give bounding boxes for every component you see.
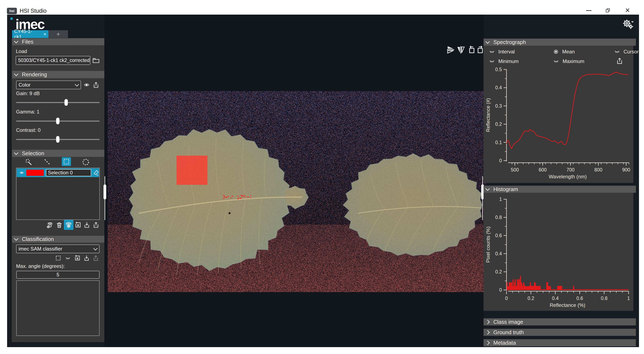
- render-visibility-button[interactable]: [83, 82, 90, 88]
- chevron-down-icon: [14, 39, 18, 43]
- selection-show-button[interactable]: [64, 220, 74, 230]
- svg-text:Pixel counts (%): Pixel counts (%): [485, 227, 491, 263]
- chevron-down-icon: [93, 246, 98, 250]
- svg-text:0.3: 0.3: [495, 103, 502, 109]
- export-icon: [93, 81, 99, 89]
- selection-color-swatch[interactable]: [26, 170, 44, 176]
- clear-icon: [75, 222, 82, 228]
- line-tool-button[interactable]: [44, 158, 51, 166]
- selection-add-button[interactable]: [46, 222, 54, 229]
- svg-text:0.2: 0.2: [495, 121, 502, 127]
- max-angle-value: 5: [56, 272, 59, 278]
- toggle-interval[interactable]: Interval: [489, 49, 515, 55]
- spectrograph-export-button[interactable]: [616, 57, 623, 65]
- selection-delete-button[interactable]: [56, 222, 62, 229]
- spectrograph-header-label: Spectrograph: [493, 39, 526, 45]
- flip-vertical-button[interactable]: [446, 45, 455, 54]
- visibility-eye-icon[interactable]: [19, 171, 24, 175]
- left-splitter-grip[interactable]: [104, 184, 106, 199]
- classify-import-button[interactable]: [84, 255, 90, 262]
- gain-label: Gain: 9 dB: [16, 90, 40, 96]
- selection-import-button[interactable]: [84, 221, 90, 229]
- svg-text:0.5: 0.5: [495, 67, 502, 72]
- ground-truth-header[interactable]: Ground truth: [484, 329, 636, 336]
- svg-text:0.6: 0.6: [576, 296, 583, 301]
- rendering-header-label: Rendering: [22, 71, 47, 78]
- svg-text:Wavelength (nm): Wavelength (nm): [549, 174, 587, 179]
- slider-handle[interactable]: [56, 136, 60, 143]
- svg-text:0.2: 0.2: [495, 269, 502, 275]
- render-export-button[interactable]: [93, 81, 99, 89]
- ellipse-tool-button[interactable]: [82, 158, 90, 166]
- selection-clear-button[interactable]: [75, 222, 82, 228]
- export-icon: [616, 57, 623, 65]
- add-tab-button[interactable]: +: [48, 30, 68, 38]
- chevron-down-icon: [14, 72, 18, 76]
- histogram-header[interactable]: Histogram: [484, 186, 636, 193]
- gain-slider[interactable]: [16, 102, 100, 103]
- classify-preview-button[interactable]: [65, 256, 71, 261]
- clear-icon: [74, 255, 80, 261]
- classification-header-label: Classification: [22, 236, 54, 242]
- classifier-select[interactable]: imec SAM classifier: [16, 245, 100, 253]
- rendering-section-header[interactable]: Rendering: [12, 71, 106, 78]
- classification-section-header[interactable]: Classification: [12, 236, 106, 243]
- selection-section-header[interactable]: Selection: [12, 150, 106, 157]
- class-results-list[interactable]: [16, 280, 100, 336]
- max-angle-input[interactable]: 5: [16, 271, 100, 279]
- rectangle-tool-button[interactable]: [62, 157, 71, 166]
- spectrograph-chart[interactable]: 00.10.20.30.40.5500600700800900Wavelengt…: [484, 67, 633, 183]
- tab-close-icon[interactable]: ×: [44, 31, 46, 37]
- contrast-slider[interactable]: [16, 139, 100, 140]
- files-header-label: Files: [22, 38, 34, 45]
- svg-text:0.2: 0.2: [528, 296, 534, 301]
- add-selection-icon: [46, 222, 54, 229]
- classifier-value: imec SAM classifier: [18, 246, 62, 252]
- import-icon: [84, 221, 90, 229]
- restore-button[interactable]: [603, 6, 613, 14]
- files-section-header[interactable]: Files: [12, 38, 106, 45]
- eraser-icon[interactable]: [93, 170, 99, 176]
- render-mode-select[interactable]: Color: [16, 80, 81, 89]
- selection-export-button[interactable]: [93, 221, 99, 229]
- svg-text:1: 1: [627, 296, 630, 301]
- settings-button[interactable]: [622, 18, 634, 29]
- svg-text:0: 0: [505, 296, 508, 301]
- class-image-header[interactable]: Class image: [484, 318, 636, 326]
- tab-dataset[interactable]: CY45-1-ck1... ×: [12, 30, 48, 38]
- toggle-maximum[interactable]: Maximum: [553, 58, 584, 64]
- classify-clear-button[interactable]: [74, 255, 80, 261]
- selection-region[interactable]: [176, 156, 208, 185]
- title-bar: hsi HSI Studio ×: [0, 0, 644, 14]
- svg-text:600: 600: [538, 167, 546, 173]
- metadata-label: Metadata: [493, 340, 516, 346]
- file-path-input[interactable]: 50303/CY45-1-ck1 ck2_corrected.hdr: [16, 56, 90, 65]
- selection-name-input[interactable]: Selection 0: [46, 169, 91, 176]
- rectangle-tool-icon: [63, 158, 70, 165]
- slider-handle[interactable]: [64, 99, 68, 106]
- layers-eye-icon: [65, 221, 72, 229]
- browse-button[interactable]: [92, 57, 100, 64]
- toggle-minimum[interactable]: Minimum: [489, 58, 518, 64]
- flip-vertical-icon: [446, 45, 455, 54]
- spectrograph-header[interactable]: Spectrograph: [484, 38, 636, 46]
- close-button[interactable]: ×: [622, 5, 633, 15]
- screen: hsi HSI Studio × imec CY45-1-ck1... × + …: [0, 0, 644, 354]
- toggle-cursor[interactable]: Cursor: [614, 49, 638, 55]
- selection-list-item[interactable]: Selection 0: [17, 168, 99, 177]
- lasso-tool-button[interactable]: [24, 158, 32, 166]
- hyperspectral-image[interactable]: [108, 91, 487, 292]
- flip-horizontal-button[interactable]: [456, 45, 465, 54]
- classify-rect-button[interactable]: [55, 255, 61, 261]
- ellipse-tool-icon: [82, 158, 90, 166]
- histogram-chart[interactable]: 00.20.40.60.8100.20.40.60.81Reflectance …: [484, 193, 633, 311]
- minimize-button[interactable]: [584, 6, 594, 14]
- slider-handle[interactable]: [56, 118, 60, 124]
- metadata-header[interactable]: Metadata: [484, 339, 636, 346]
- selection-list[interactable]: Selection 0: [16, 168, 100, 220]
- toggle-mean[interactable]: Mean: [553, 49, 575, 55]
- rotate-ccw-button[interactable]: [467, 45, 476, 54]
- gamma-slider[interactable]: [16, 121, 100, 122]
- svg-text:Reflectance (%): Reflectance (%): [550, 302, 585, 308]
- classify-export-button[interactable]: [93, 255, 99, 262]
